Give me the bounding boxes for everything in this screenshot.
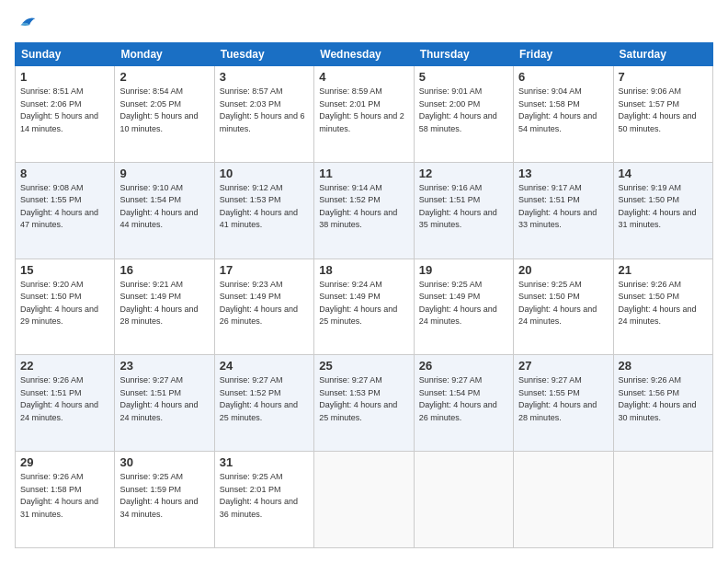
calendar-cell: 11 Sunrise: 9:14 AMSunset: 1:52 PMDaylig… xyxy=(314,162,414,259)
day-info: Sunrise: 9:24 AMSunset: 1:49 PMDaylight:… xyxy=(319,279,408,328)
day-info: Sunrise: 9:10 AMSunset: 1:54 PMDaylight:… xyxy=(119,182,209,232)
day-info: Sunrise: 9:25 AMSunset: 1:50 PMDaylight:… xyxy=(518,279,608,328)
day-number: 15 xyxy=(20,263,109,277)
calendar-cell: 2 Sunrise: 8:54 AMSunset: 2:05 PMDayligh… xyxy=(115,66,214,163)
calendar-cell: 29 Sunrise: 9:26 AMSunset: 1:58 PMDaylig… xyxy=(16,452,115,548)
calendar-cell: 24 Sunrise: 9:27 AMSunset: 1:52 PMDaylig… xyxy=(214,355,313,452)
day-number: 8 xyxy=(20,167,109,180)
day-info: Sunrise: 8:57 AMSunset: 2:03 PMDaylight:… xyxy=(220,86,309,135)
day-number: 14 xyxy=(619,167,708,180)
col-header-friday: Friday xyxy=(514,43,613,66)
calendar-cell: 12 Sunrise: 9:16 AMSunset: 1:51 PMDaylig… xyxy=(414,162,513,259)
day-info: Sunrise: 9:26 AMSunset: 1:51 PMDaylight:… xyxy=(20,374,109,424)
calendar-cell: 9 Sunrise: 9:10 AMSunset: 1:54 PMDayligh… xyxy=(115,162,214,259)
day-number: 24 xyxy=(220,359,309,373)
calendar-cell: 25 Sunrise: 9:27 AMSunset: 1:53 PMDaylig… xyxy=(314,355,414,452)
day-info: Sunrise: 9:23 AMSunset: 1:49 PMDaylight:… xyxy=(220,279,309,328)
day-number: 20 xyxy=(518,263,608,277)
day-info: Sunrise: 8:51 AMSunset: 2:06 PMDaylight:… xyxy=(20,86,109,135)
calendar-cell: 26 Sunrise: 9:27 AMSunset: 1:54 PMDaylig… xyxy=(414,355,513,452)
calendar-cell: 1 Sunrise: 8:51 AMSunset: 2:06 PMDayligh… xyxy=(16,66,115,163)
day-number: 1 xyxy=(20,70,109,84)
calendar-cell: 15 Sunrise: 9:20 AMSunset: 1:50 PMDaylig… xyxy=(16,259,115,355)
calendar-header: SundayMondayTuesdayWednesdayThursdayFrid… xyxy=(16,43,713,66)
day-number: 3 xyxy=(220,70,309,84)
calendar-cell: 7 Sunrise: 9:06 AMSunset: 1:57 PMDayligh… xyxy=(613,66,712,163)
day-number: 25 xyxy=(319,359,408,373)
day-number: 2 xyxy=(119,70,209,84)
week-row-2: 8 Sunrise: 9:08 AMSunset: 1:55 PMDayligh… xyxy=(16,162,713,259)
day-number: 31 xyxy=(220,455,309,469)
day-number: 10 xyxy=(220,167,309,180)
day-number: 16 xyxy=(119,263,209,277)
calendar-cell: 22 Sunrise: 9:26 AMSunset: 1:51 PMDaylig… xyxy=(16,355,115,452)
day-info: Sunrise: 9:26 AMSunset: 1:56 PMDaylight:… xyxy=(619,374,708,424)
calendar-body: 1 Sunrise: 8:51 AMSunset: 2:06 PMDayligh… xyxy=(16,66,713,548)
calendar-cell: 14 Sunrise: 9:19 AMSunset: 1:50 PMDaylig… xyxy=(613,162,712,259)
col-header-saturday: Saturday xyxy=(613,43,712,66)
day-number: 7 xyxy=(619,70,708,84)
calendar-cell: 27 Sunrise: 9:27 AMSunset: 1:55 PMDaylig… xyxy=(514,355,613,452)
day-number: 11 xyxy=(319,167,408,180)
day-number: 23 xyxy=(119,359,209,373)
week-row-1: 1 Sunrise: 8:51 AMSunset: 2:06 PMDayligh… xyxy=(16,66,713,163)
day-info: Sunrise: 9:08 AMSunset: 1:55 PMDaylight:… xyxy=(20,182,109,232)
day-number: 9 xyxy=(119,167,209,180)
calendar-cell: 6 Sunrise: 9:04 AMSunset: 1:58 PMDayligh… xyxy=(514,66,613,163)
day-info: Sunrise: 9:26 AMSunset: 1:50 PMDaylight:… xyxy=(619,279,708,328)
calendar-table: SundayMondayTuesdayWednesdayThursdayFrid… xyxy=(15,42,713,548)
day-info: Sunrise: 9:27 AMSunset: 1:55 PMDaylight:… xyxy=(518,374,608,424)
calendar-cell: 5 Sunrise: 9:01 AMSunset: 2:00 PMDayligh… xyxy=(414,66,513,163)
calendar-cell xyxy=(314,452,414,548)
calendar-cell: 3 Sunrise: 8:57 AMSunset: 2:03 PMDayligh… xyxy=(214,66,313,163)
day-number: 6 xyxy=(518,70,608,84)
calendar-cell: 8 Sunrise: 9:08 AMSunset: 1:55 PMDayligh… xyxy=(16,162,115,259)
calendar-cell xyxy=(613,452,712,548)
day-info: Sunrise: 9:19 AMSunset: 1:50 PMDaylight:… xyxy=(619,182,708,232)
day-info: Sunrise: 9:01 AMSunset: 2:00 PMDaylight:… xyxy=(419,86,508,135)
calendar-cell: 19 Sunrise: 9:25 AMSunset: 1:49 PMDaylig… xyxy=(414,259,513,355)
day-info: Sunrise: 9:14 AMSunset: 1:52 PMDaylight:… xyxy=(319,182,408,232)
day-info: Sunrise: 9:27 AMSunset: 1:52 PMDaylight:… xyxy=(220,374,309,424)
day-number: 13 xyxy=(518,167,608,180)
day-number: 21 xyxy=(619,263,708,277)
day-number: 17 xyxy=(220,263,309,277)
day-number: 19 xyxy=(419,263,508,277)
day-number: 27 xyxy=(518,359,608,373)
day-info: Sunrise: 9:21 AMSunset: 1:49 PMDaylight:… xyxy=(119,279,209,328)
col-header-wednesday: Wednesday xyxy=(314,43,414,66)
day-info: Sunrise: 9:20 AMSunset: 1:50 PMDaylight:… xyxy=(20,279,109,328)
logo-bird-icon xyxy=(15,15,37,33)
calendar-cell: 28 Sunrise: 9:26 AMSunset: 1:56 PMDaylig… xyxy=(613,355,712,452)
calendar-cell: 20 Sunrise: 9:25 AMSunset: 1:50 PMDaylig… xyxy=(514,259,613,355)
day-number: 22 xyxy=(20,359,109,373)
calendar-cell: 4 Sunrise: 8:59 AMSunset: 2:01 PMDayligh… xyxy=(314,66,414,163)
day-info: Sunrise: 9:27 AMSunset: 1:51 PMDaylight:… xyxy=(119,374,209,424)
calendar-cell xyxy=(414,452,513,548)
day-number: 29 xyxy=(20,455,109,469)
day-info: Sunrise: 9:06 AMSunset: 1:57 PMDaylight:… xyxy=(619,86,708,135)
week-row-5: 29 Sunrise: 9:26 AMSunset: 1:58 PMDaylig… xyxy=(16,452,713,548)
day-info: Sunrise: 9:27 AMSunset: 1:53 PMDaylight:… xyxy=(319,374,408,424)
day-info: Sunrise: 9:16 AMSunset: 1:51 PMDaylight:… xyxy=(419,182,508,232)
calendar-cell: 13 Sunrise: 9:17 AMSunset: 1:51 PMDaylig… xyxy=(514,162,613,259)
calendar-cell: 18 Sunrise: 9:24 AMSunset: 1:49 PMDaylig… xyxy=(314,259,414,355)
day-info: Sunrise: 9:26 AMSunset: 1:58 PMDaylight:… xyxy=(20,471,109,521)
calendar-cell xyxy=(514,452,613,548)
day-info: Sunrise: 9:12 AMSunset: 1:53 PMDaylight:… xyxy=(220,182,309,232)
day-info: Sunrise: 8:59 AMSunset: 2:01 PMDaylight:… xyxy=(319,86,408,135)
day-number: 30 xyxy=(119,455,209,469)
col-header-monday: Monday xyxy=(115,43,214,66)
day-info: Sunrise: 9:25 AMSunset: 2:01 PMDaylight:… xyxy=(220,471,309,521)
calendar-cell: 21 Sunrise: 9:26 AMSunset: 1:50 PMDaylig… xyxy=(613,259,712,355)
week-row-4: 22 Sunrise: 9:26 AMSunset: 1:51 PMDaylig… xyxy=(16,355,713,452)
day-number: 4 xyxy=(319,70,408,84)
day-info: Sunrise: 9:25 AMSunset: 1:59 PMDaylight:… xyxy=(119,471,209,521)
day-info: Sunrise: 9:04 AMSunset: 1:58 PMDaylight:… xyxy=(518,86,608,135)
day-number: 18 xyxy=(319,263,408,277)
day-info: Sunrise: 9:27 AMSunset: 1:54 PMDaylight:… xyxy=(419,374,508,424)
calendar-cell: 17 Sunrise: 9:23 AMSunset: 1:49 PMDaylig… xyxy=(214,259,313,355)
col-header-tuesday: Tuesday xyxy=(214,43,313,66)
header xyxy=(15,15,713,33)
day-info: Sunrise: 9:17 AMSunset: 1:51 PMDaylight:… xyxy=(518,182,608,232)
